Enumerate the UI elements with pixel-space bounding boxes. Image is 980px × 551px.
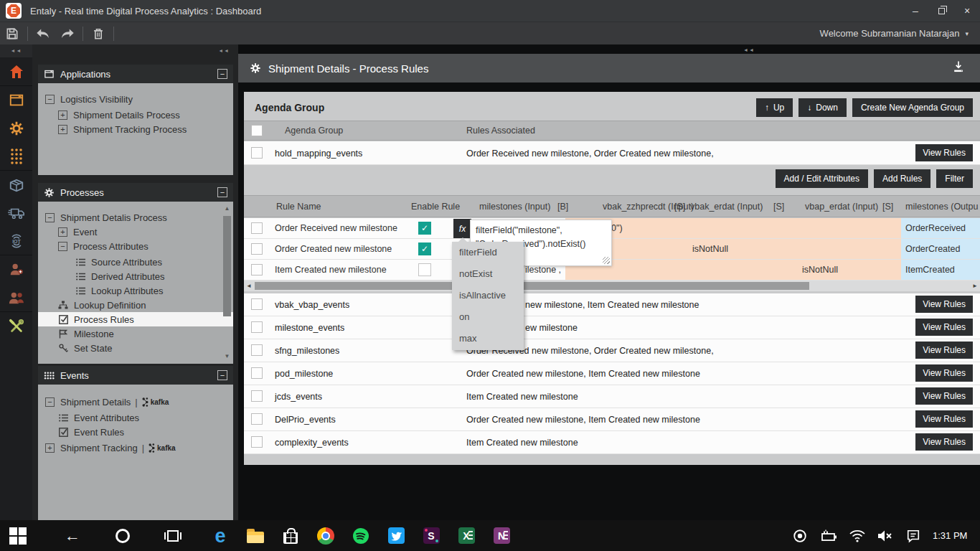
view-rules-button[interactable]: View Rules [915, 144, 973, 161]
processes-panel-header[interactable]: Processes − [38, 183, 233, 202]
tray-record-button[interactable] [786, 520, 814, 551]
expand-node-icon[interactable]: + [58, 125, 67, 134]
collapse-panel-button[interactable]: − [217, 187, 227, 197]
output-cell[interactable]: OrderCreated [901, 239, 980, 259]
row-checkbox[interactable] [251, 222, 263, 234]
main-collapse-button[interactable]: ◄◄ [743, 47, 755, 52]
row-checkbox[interactable] [251, 264, 263, 276]
row-checkbox[interactable] [251, 321, 263, 333]
tree-item-source-attributes[interactable]: Source Attributes [38, 255, 233, 269]
tree-item-process-rules[interactable]: Process Rules [38, 312, 233, 326]
tree-item-process-attributes[interactable]: − Process Attributes [38, 239, 233, 253]
tree-item-shipment-tracking-kafka[interactable]: + Shipment Tracking | kafka [38, 441, 233, 455]
view-rules-button[interactable]: View Rules [915, 410, 973, 428]
agenda-group-row[interactable]: pod_milestone Order Created new mileston… [244, 362, 980, 385]
collapse-panel-button[interactable]: − [217, 69, 227, 79]
edge-button[interactable]: e [204, 520, 237, 551]
scroll-left-icon[interactable]: ◄ [246, 283, 252, 289]
restore-button[interactable] [928, 0, 954, 22]
rail-home-button[interactable] [0, 57, 32, 85]
row-checkbox[interactable] [251, 390, 263, 402]
up-button[interactable]: ↑Up [756, 98, 793, 117]
enable-rule-checkbox[interactable] [418, 263, 431, 276]
view-rules-button[interactable]: View Rules [915, 342, 973, 359]
tray-battery-button[interactable] [815, 520, 842, 551]
scroll-right-icon[interactable]: ► [972, 283, 978, 289]
tree-item-lookup-definition[interactable]: Lookup Definition [38, 298, 233, 312]
redo-button[interactable] [55, 24, 80, 44]
chrome-button[interactable] [309, 520, 342, 551]
tree-item-shipment-details-kafka[interactable]: − Shipment Details | kafka [38, 395, 233, 409]
back-button[interactable]: ← [56, 520, 89, 551]
filter-button[interactable]: Filter [936, 169, 973, 188]
tree-item-derived-attributes[interactable]: Derived Attributes [38, 269, 233, 283]
rail-tools-button[interactable] [0, 312, 32, 340]
rail-truck-button[interactable] [0, 199, 32, 227]
row-checkbox[interactable] [251, 367, 263, 379]
twitter-button[interactable] [380, 520, 413, 551]
undo-button[interactable] [31, 24, 55, 44]
row-checkbox[interactable] [251, 298, 263, 310]
horizontal-scrollbar[interactable]: ◄ ► [244, 281, 980, 291]
download-button[interactable] [951, 60, 966, 77]
scroll-up-icon[interactable]: ▲ [222, 204, 232, 213]
condition-cell[interactable]: l("00000000") [565, 218, 901, 238]
rail-users-button[interactable] [0, 283, 32, 311]
start-button[interactable] [1, 520, 34, 551]
close-button[interactable]: × [954, 0, 980, 22]
agenda-group-row[interactable]: milestone_events ew milestone View Rules [244, 316, 980, 339]
create-agenda-group-button[interactable]: Create New Agenda Group [852, 98, 973, 117]
tree-item-event-rules[interactable]: Event Rules [38, 425, 233, 439]
enable-rule-checkbox[interactable]: ✓ [418, 242, 431, 255]
rule-row-item-created[interactable]: Item Created new milestone ilestone , is… [244, 260, 980, 281]
slack-button[interactable]: S [415, 520, 448, 551]
row-checkbox[interactable] [251, 243, 263, 255]
store-button[interactable] [274, 520, 307, 551]
applications-panel-header[interactable]: Applications − [38, 65, 233, 83]
cortana-button[interactable] [106, 520, 139, 551]
agenda-group-row[interactable]: complexity_events Item Created new miles… [244, 431, 980, 454]
scrollbar-thumb[interactable] [223, 216, 231, 316]
view-rules-button[interactable]: View Rules [915, 364, 973, 382]
view-rules-button[interactable]: View Rules [915, 296, 973, 313]
rail-collapse-button[interactable]: ◄◄ [0, 44, 32, 57]
row-checkbox[interactable] [251, 436, 263, 448]
tray-volume-button[interactable] [871, 520, 898, 551]
condition-cell[interactable]: isNotNull [565, 239, 901, 259]
expand-node-icon[interactable]: + [58, 110, 67, 120]
rail-applications-button[interactable] [0, 86, 32, 114]
tree-item-shipment-tracking-process[interactable]: + Shipment Tracking Process [38, 122, 233, 136]
dropdown-item-max[interactable]: max [452, 328, 524, 349]
collapse-node-icon[interactable]: − [45, 213, 55, 222]
dropdown-item-isallnactive[interactable]: isAllnactive [452, 285, 524, 306]
expand-node-icon[interactable]: + [45, 443, 55, 453]
row-checkbox[interactable] [251, 344, 263, 356]
resize-handle[interactable] [603, 257, 610, 264]
user-menu[interactable]: Welcome Subramanian Natarajan ▾ [820, 28, 969, 39]
rail-iot-button[interactable]: IOT [0, 227, 32, 255]
output-cell[interactable]: ItemCreated [901, 260, 980, 280]
view-rules-button[interactable]: View Rules [915, 387, 973, 405]
delete-button[interactable] [86, 24, 110, 44]
dropdown-item-filterfield[interactable]: filterField [452, 242, 524, 263]
tree-item-logistics-visibility[interactable]: − Logistics Visibility [38, 92, 233, 106]
tree-item-event-attributes[interactable]: Event Attributes [38, 410, 233, 425]
row-checkbox[interactable] [251, 413, 263, 425]
action-center-button[interactable] [900, 520, 927, 551]
panels-collapse-button[interactable]: ◄◄ [32, 44, 238, 57]
rail-events-button[interactable] [0, 142, 32, 170]
scrollbar-thumb[interactable] [255, 282, 809, 290]
rule-row-order-received[interactable]: Order Received new milestone ✓ fx l("000… [244, 218, 980, 239]
tree-item-shipment-detalis-process[interactable]: − Shipment Detalis Process [38, 210, 233, 225]
agenda-group-row[interactable]: jcds_events Item Created new milestone V… [244, 385, 980, 408]
tree-item-event[interactable]: + Event [38, 225, 233, 239]
tray-wifi-button[interactable] [844, 520, 871, 551]
agenda-group-row[interactable]: sfng_milestones Order Received new miles… [244, 339, 980, 362]
tree-item-lookup-attributes[interactable]: Lookup Attributes [38, 283, 233, 298]
agenda-row-hold-mapping-events[interactable]: hold_mapping_events Order Received new m… [244, 141, 980, 165]
select-all-checkbox[interactable] [251, 125, 263, 136]
collapse-node-icon[interactable]: − [45, 397, 55, 407]
collapse-node-icon[interactable]: − [58, 242, 67, 251]
spotify-button[interactable] [344, 520, 377, 551]
expand-node-icon[interactable]: + [58, 227, 67, 237]
